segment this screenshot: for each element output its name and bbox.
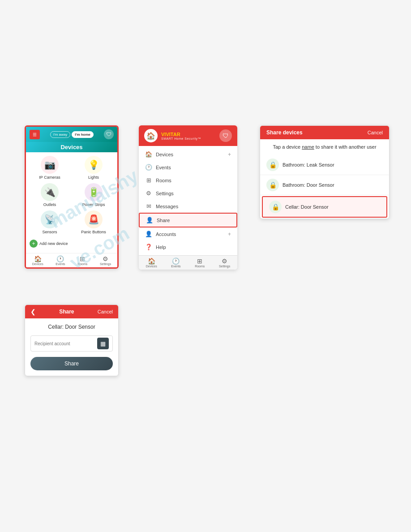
nav-settings-label: Settings <box>100 262 111 266</box>
nav-events-label: Events <box>56 262 65 266</box>
menu-item-help-left: ❓ Help <box>145 244 166 250</box>
screen3-cancel-button[interactable]: Cancel <box>368 130 383 135</box>
device-item-powerstrips[interactable]: 🔋 Power Strips <box>73 183 114 207</box>
device-grid: 📷 IP Cameras 💡 Lights 🔌 Outlets 🔋 Power … <box>30 156 114 234</box>
nav-rooms-icon: ⊞ <box>80 255 85 262</box>
device-item-cameras[interactable]: 📷 IP Cameras <box>30 156 70 180</box>
screen2-header: 🏠 VIVITAR SMART Home Security™ 🛡 <box>139 125 237 146</box>
add-plus-icon: + <box>30 240 38 248</box>
menu-accounts-label: Accounts <box>156 232 176 237</box>
screen4-share-form: ❮ Share Cancel Cellar: Door Sensor ▦ Sha… <box>25 305 119 376</box>
status-home-button[interactable]: I'm home <box>72 131 94 138</box>
qr-icon[interactable]: ▦ <box>97 338 109 349</box>
nav-events-icon: 🕐 <box>56 255 64 262</box>
menu-item-events[interactable]: 🕐 Events <box>139 161 237 174</box>
bath-door-sensor-label: Bathroom: Door Sensor <box>283 182 334 188</box>
menu-item-events-left: 🕐 Events <box>145 164 171 171</box>
device-list-door-sensor-bathroom[interactable]: 🔒 Bathroom: Door Sensor <box>260 175 389 195</box>
menu-item-settings[interactable]: ⚙ Settings <box>139 187 237 200</box>
menu-list: 🏠 Devices + 🕐 Events ⊞ Rooms ⚙ Settings <box>139 146 237 255</box>
s2-nav-rooms-icon: ⊞ <box>197 257 202 265</box>
nav-devices-icon: 🏠 <box>34 255 42 262</box>
s2-nav-settings-label: Settings <box>219 265 230 268</box>
menu-item-share[interactable]: 👤 Share <box>139 213 237 227</box>
menu-rooms-label: Rooms <box>156 178 171 183</box>
leak-sensor-icon: 🔒 <box>266 159 279 171</box>
vivitar-text: VIVITAR <box>161 132 180 137</box>
menu-item-accounts[interactable]: 👤 Accounts + <box>139 227 237 240</box>
brand-block: VIVITAR SMART Home Security™ <box>161 132 201 140</box>
s2-nav-events-icon: 🕐 <box>172 257 180 265</box>
s2-nav-settings-icon: ⚙ <box>222 257 227 265</box>
nav-item-events[interactable]: 🕐 Events <box>56 255 65 266</box>
screen2-shield-icon: 🛡 <box>219 129 232 142</box>
outlet-icon: 🔌 <box>41 183 59 201</box>
add-device-text: Add new device <box>39 241 68 246</box>
outlet-label: Outlets <box>43 202 56 207</box>
menu-item-messages[interactable]: ✉ Messages <box>139 200 237 213</box>
status-buttons: I'm away I'm home <box>50 131 94 138</box>
menu-item-rooms[interactable]: ⊞ Rooms <box>139 174 237 187</box>
device-list-cellar-door-sensor[interactable]: 🔒 Cellar: Door Sensor <box>262 196 387 218</box>
nav-item-rooms[interactable]: ⊞ Rooms <box>77 255 87 266</box>
menu-events-icon: 🕐 <box>145 164 152 171</box>
menu-share-label: Share <box>157 218 170 223</box>
menu-devices-plus: + <box>228 151 231 158</box>
light-icon: 💡 <box>85 156 103 174</box>
add-device-row[interactable]: + Add new device <box>30 238 114 249</box>
screen4-back-button[interactable]: ❮ <box>30 308 36 315</box>
powerstrip-icon: 🔋 <box>85 183 103 201</box>
menu-item-settings-left: ⚙ Settings <box>145 190 174 197</box>
device-item-panic[interactable]: 🚨 Panic Buttons <box>73 210 114 234</box>
shield-icon: 🛡 <box>104 129 114 139</box>
menu-item-help[interactable]: ❓ Help <box>139 240 237 253</box>
screen1-header: ☰ I'm away I'm home 🛡 <box>26 127 117 142</box>
share-device-name: Cellar: Door Sensor <box>30 324 113 330</box>
screen4-cancel-button[interactable]: Cancel <box>98 309 113 314</box>
screen3-share-devices: Share devices Cancel Tap a device name t… <box>260 125 390 219</box>
nav-item-devices[interactable]: 🏠 Devices <box>32 255 43 266</box>
device-item-sensors[interactable]: 📡 Sensors <box>30 210 70 234</box>
recipient-input[interactable] <box>34 341 94 346</box>
camera-label: IP Cameras <box>39 175 60 180</box>
menu-item-share-left: 👤 Share <box>146 217 170 223</box>
devices-title: Devices <box>26 142 117 152</box>
menu-help-icon: ❓ <box>145 244 152 250</box>
menu-messages-icon: ✉ <box>145 203 152 210</box>
menu-item-rooms-left: ⊞ Rooms <box>145 177 171 184</box>
bath-door-sensor-icon: 🔒 <box>266 179 279 191</box>
light-label: Lights <box>88 175 99 180</box>
menu-events-label: Events <box>156 165 171 170</box>
device-list-leak-sensor[interactable]: 🔒 Bathroom: Leak Sensor <box>260 155 389 175</box>
menu-item-devices[interactable]: 🏠 Devices + <box>139 148 237 161</box>
sensor-label: Sensors <box>42 230 57 234</box>
menu-devices-label: Devices <box>156 152 173 157</box>
screen2-nav-devices[interactable]: 🏠 Devices <box>146 257 157 268</box>
screen1-devices: ☰ I'm away I'm home 🛡 Devices 📷 IP Camer… <box>25 125 119 269</box>
menu-item-messages-left: ✉ Messages <box>145 203 178 210</box>
menu-item-devices-left: 🏠 Devices <box>145 151 173 158</box>
vivitar-brand: VIVITAR <box>161 132 201 137</box>
screen2-nav-settings[interactable]: ⚙ Settings <box>219 257 230 268</box>
status-away-button[interactable]: I'm away <box>50 131 70 138</box>
screen4-content: Cellar: Door Sensor ▦ Share <box>25 318 118 376</box>
s2-nav-events-label: Events <box>171 265 180 268</box>
nav-rooms-label: Rooms <box>77 262 87 266</box>
device-item-lights[interactable]: 💡 Lights <box>73 156 114 180</box>
camera-icon: 📷 <box>41 156 59 174</box>
share-button[interactable]: Share <box>30 357 113 370</box>
nav-item-settings[interactable]: ⚙ Settings <box>100 255 111 266</box>
screen2-nav-rooms[interactable]: ⊞ Rooms <box>195 257 205 268</box>
s2-nav-devices-icon: 🏠 <box>148 257 155 265</box>
panic-label: Panic Buttons <box>81 230 106 234</box>
sensor-icon: 📡 <box>41 210 59 228</box>
menu-accounts-icon: 👤 <box>145 231 152 237</box>
device-item-outlets[interactable]: 🔌 Outlets <box>30 183 70 207</box>
panic-icon: 🚨 <box>85 210 103 228</box>
menu-accounts-plus: + <box>228 231 231 237</box>
menu-button[interactable]: ☰ <box>30 130 40 139</box>
nav-devices-label: Devices <box>32 262 43 266</box>
screen2-nav-events[interactable]: 🕐 Events <box>171 257 180 268</box>
vivitar-home-icon: 🏠 <box>144 129 158 142</box>
menu-share-icon: 👤 <box>146 217 153 223</box>
